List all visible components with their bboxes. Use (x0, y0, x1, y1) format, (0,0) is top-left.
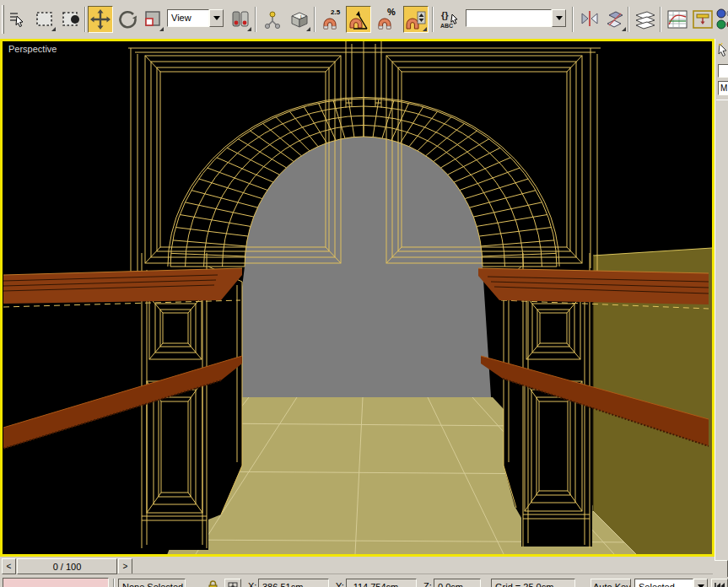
svg-text:{}: {} (441, 10, 449, 20)
x-label: X: (248, 581, 256, 587)
set-key-filter-dropdown[interactable]: Selected (634, 579, 708, 587)
named-selection-dropdown[interactable] (466, 9, 566, 27)
dropdown-arrow-button[interactable] (552, 9, 566, 27)
use-pivot-point-center-button[interactable] (228, 6, 253, 33)
toolbar-separator (314, 7, 315, 32)
named-selection-value (466, 9, 552, 27)
chevron-down-icon (213, 16, 220, 20)
selection-lock-icon[interactable] (208, 579, 218, 587)
window-crossing-icon (62, 9, 82, 30)
select-and-manipulate-button[interactable] (260, 6, 285, 33)
spinner-snap-toggle-button[interactable] (403, 6, 429, 33)
go-to-start-button[interactable] (711, 579, 728, 587)
window-crossing-toggle-button[interactable] (59, 6, 84, 33)
dropdown-arrow-button[interactable] (209, 9, 224, 27)
snap-2-5d-magnet-icon: 2.5 (320, 7, 343, 32)
set-key-filter-value: Selected (634, 579, 693, 587)
edit-named-selection-sets-button[interactable]: {} ABC (437, 6, 462, 33)
absolute-offset-toggle[interactable] (224, 579, 241, 587)
use-center-icon (230, 9, 251, 30)
z-coordinate-field[interactable]: 0.0cm (434, 579, 481, 587)
toolbar-separator (255, 7, 256, 32)
select-by-name-button[interactable] (5, 6, 30, 33)
svg-text:%: % (387, 7, 396, 17)
svg-text:ABC: ABC (440, 23, 453, 29)
auto-key-button[interactable]: Auto Key (590, 579, 631, 587)
time-slider-button[interactable]: 0 / 100 (17, 558, 117, 574)
dropdown-arrow-button[interactable] (693, 579, 708, 587)
rectangular-selection-region-button[interactable] (32, 6, 57, 33)
command-panel-sliver: M (715, 39, 728, 587)
object-name-field-fragment[interactable] (718, 64, 728, 78)
status-separator (113, 579, 115, 587)
grid-size-display: Grid = 25.0cm (491, 579, 575, 587)
cornice-ledge-left (3, 268, 242, 304)
selection-status: None Selected (118, 579, 186, 587)
rotate-icon (116, 8, 138, 30)
align-button[interactable] (602, 6, 628, 33)
create-arrow-icon (717, 42, 728, 59)
toolbar-separator (432, 7, 434, 32)
curve-editor-icon (666, 8, 688, 30)
command-panel-body (716, 100, 728, 580)
select-and-rotate-button[interactable] (115, 6, 140, 33)
select-and-move-button[interactable] (88, 6, 113, 33)
layers-icon (634, 8, 657, 30)
percent-snap-toggle-button[interactable]: % (375, 6, 400, 33)
chevron-down-icon (556, 16, 563, 20)
go-to-start-icon (715, 582, 725, 587)
viewport-canvas[interactable] (3, 41, 712, 554)
toolbar-separator (628, 7, 629, 32)
modifier-list-fragment[interactable]: M (718, 81, 728, 95)
time-slider-track[interactable] (117, 558, 713, 574)
align-icon (604, 8, 626, 30)
named-selection-sets-icon: {} ABC (438, 8, 461, 31)
material-editor-button[interactable] (715, 6, 728, 33)
perspective-viewport[interactable]: Perspective (0, 39, 715, 557)
percent-snap-magnet-icon: % (375, 7, 399, 32)
material-editor-icon (716, 7, 728, 32)
schematic-view-button[interactable] (690, 6, 715, 33)
previous-frame-button[interactable]: < (2, 558, 16, 574)
absolute-mode-icon (228, 582, 238, 587)
y-coordinate-field[interactable]: -114.754cm (346, 579, 417, 587)
spinner-snap-magnet-icon (404, 7, 428, 32)
toolbar-separator (572, 7, 574, 32)
schematic-view-icon (692, 8, 714, 30)
y-label: Y: (336, 581, 344, 587)
cornice-ledge-right (478, 268, 709, 304)
viewport-label[interactable]: Perspective (8, 44, 57, 54)
angle-snap-magnet-icon (347, 7, 370, 32)
manipulate-icon (262, 9, 283, 30)
main-toolbar: View L (0, 0, 728, 39)
svg-text:2.5: 2.5 (331, 8, 341, 16)
toolbar-separator (660, 7, 661, 32)
select-and-scale-button[interactable] (140, 6, 165, 33)
z-label: Z: (423, 581, 432, 587)
select-by-name-icon (8, 9, 28, 30)
move-icon (89, 8, 111, 30)
layer-manager-button[interactable] (633, 6, 658, 33)
mirror-icon (579, 8, 601, 30)
maxscript-mini-listener[interactable] (3, 578, 109, 587)
3ds-max-window: View L (0, 0, 728, 587)
snaps-toggle-button[interactable]: 2.5 (319, 6, 344, 33)
toolbar-separator (84, 7, 86, 32)
angle-snap-toggle-button[interactable] (346, 6, 371, 33)
viewport-nav-button-fragment[interactable] (714, 560, 728, 578)
reference-coordinate-value: View (167, 9, 209, 27)
reference-coordinate-dropdown[interactable]: View (167, 9, 224, 27)
create-tab-fragment[interactable] (717, 42, 728, 59)
toolbar-grip[interactable] (2, 5, 4, 34)
scale-icon (143, 9, 163, 30)
time-slider-row: < 0 / 100 > (0, 557, 715, 577)
mirror-button[interactable] (577, 6, 602, 33)
keyboard-shortcut-override-button[interactable]: L (287, 6, 312, 33)
x-coordinate-field[interactable]: 386.51cm (258, 579, 329, 587)
override-box-icon: L (289, 8, 310, 30)
status-bar: None Selected X: 386.51cm Y: -114.754cm … (0, 577, 728, 587)
selection-region-icon (35, 9, 55, 30)
curve-editor-button[interactable] (665, 6, 690, 33)
